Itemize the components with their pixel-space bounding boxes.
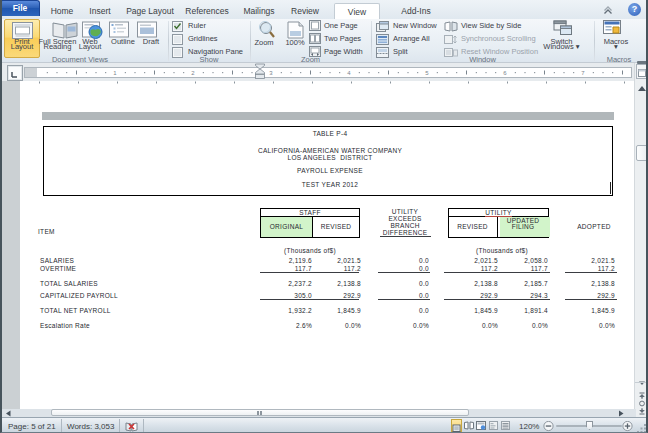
svg-text:7: 7 xyxy=(581,70,585,76)
svg-text:6: 6 xyxy=(503,70,507,76)
svg-text:1: 1 xyxy=(113,70,117,76)
svg-text:5: 5 xyxy=(425,70,429,76)
svg-text:2: 2 xyxy=(191,70,195,76)
svg-text:4: 4 xyxy=(347,70,351,76)
svg-text:3: 3 xyxy=(269,70,273,76)
